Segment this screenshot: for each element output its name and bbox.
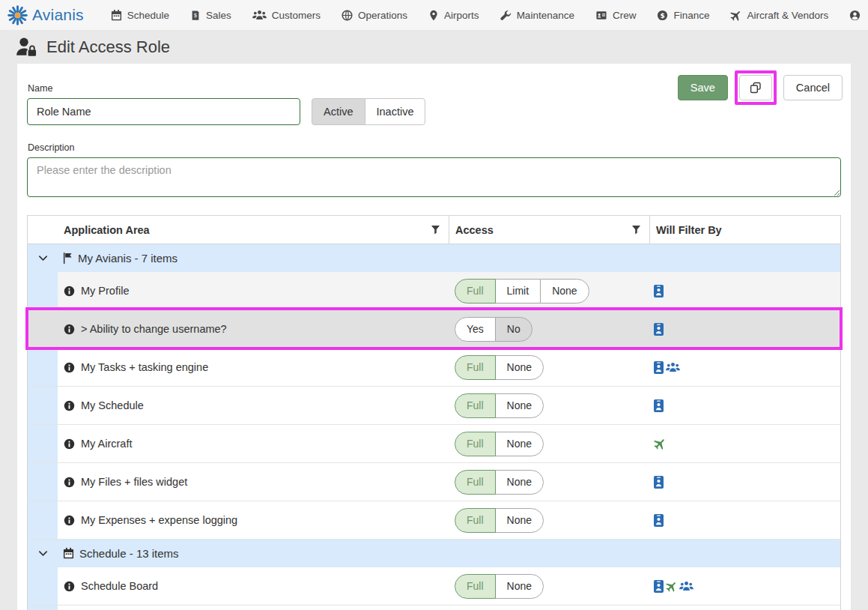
info-icon[interactable] <box>64 515 75 526</box>
globe-icon <box>342 10 353 21</box>
access-option-yes[interactable]: Yes <box>455 317 496 342</box>
hierarchy-strip <box>28 425 58 462</box>
contact-badge-icon <box>654 323 664 336</box>
contact-badge-icon <box>654 361 664 374</box>
nav-item-maintenance[interactable]: Maintenance <box>500 10 574 21</box>
access-toggle: Full None <box>455 355 544 380</box>
hierarchy-strip <box>28 567 58 605</box>
filter-icon[interactable] <box>431 226 440 235</box>
access-option-full[interactable]: Full <box>455 355 496 380</box>
access-option-full[interactable]: Full <box>455 508 496 533</box>
calendar-icon <box>63 548 74 559</box>
info-icon[interactable] <box>64 286 75 297</box>
chevron-down-icon[interactable] <box>37 548 49 559</box>
hierarchy-strip <box>28 387 58 424</box>
header-hierarchy-cell <box>28 216 58 244</box>
table-row-my-tasks: My Tasks + tasking engine Full None <box>28 348 840 387</box>
contact-badge-icon <box>654 476 664 489</box>
copy-button[interactable] <box>739 75 772 100</box>
access-option-none[interactable]: None <box>495 432 544 456</box>
access-toggle: Full None <box>455 393 544 418</box>
table-row-schedule-board: Schedule Board Full None <box>28 567 840 606</box>
nav-item-airports[interactable]: Airports <box>428 10 479 21</box>
user-lock-icon <box>16 37 38 56</box>
nav-label: Operations <box>358 10 407 21</box>
row-label: My Aircraft <box>81 438 132 450</box>
nav-item-aircraft-vendors[interactable]: Aircraft & Vendors <box>730 10 828 21</box>
access-toggle: Full Limit None <box>455 279 589 304</box>
access-option-none[interactable]: None <box>495 574 544 599</box>
row-label: My Tasks + tasking engine <box>81 361 208 373</box>
nav-item-finance[interactable]: Finance <box>657 10 709 21</box>
nav-label: Maintenance <box>517 10 574 21</box>
save-button[interactable]: Save <box>678 75 728 100</box>
access-option-none[interactable]: None <box>495 508 544 533</box>
access-option-full[interactable]: Full <box>455 574 496 599</box>
nav-label: Finance <box>673 10 709 21</box>
nav-label: Aircraft & Vendors <box>747 10 828 21</box>
access-option-full[interactable]: Full <box>455 393 496 418</box>
contact-badge-icon <box>654 285 664 298</box>
status-active-button[interactable]: Active <box>312 98 365 125</box>
row-label: My Expenses + expense logging <box>81 514 237 526</box>
nav-item-sales[interactable]: Sales <box>190 10 231 21</box>
chevron-down-icon[interactable] <box>37 253 49 264</box>
contact-badge-icon <box>654 580 664 593</box>
access-toggle: Full None <box>455 574 544 599</box>
info-icon[interactable] <box>64 477 75 488</box>
flag-icon <box>63 253 73 264</box>
id-card-icon <box>595 10 607 21</box>
header-access: Access <box>449 216 649 244</box>
edit-role-card: Save Cancel Name Active Inactive Descrip… <box>17 64 851 610</box>
group-row-schedule: Schedule - 13 items <box>28 540 840 567</box>
brand-name: Avianis <box>32 6 84 24</box>
wrench-icon <box>500 10 512 21</box>
access-toggle: Yes No <box>455 317 532 342</box>
description-textarea[interactable] <box>27 157 841 197</box>
access-option-none[interactable]: None <box>540 279 589 304</box>
access-toggle: Full None <box>455 508 544 533</box>
info-icon[interactable] <box>64 362 75 373</box>
info-icon[interactable] <box>64 324 75 335</box>
header-application-area: Application Area <box>58 216 449 244</box>
access-option-full[interactable]: Full <box>455 432 496 456</box>
access-option-full[interactable]: Full <box>455 470 496 495</box>
pinwheel-logo-icon <box>7 5 28 25</box>
access-option-none[interactable]: None <box>495 393 544 418</box>
nav-label: Airports <box>444 10 479 21</box>
copy-icon <box>750 82 762 94</box>
access-toggle: Full None <box>455 470 544 495</box>
info-icon[interactable] <box>64 400 75 411</box>
table-row-ability-change-username: > Ability to change username? Yes No <box>28 310 840 348</box>
nav-item-customers[interactable]: Customers <box>252 10 321 21</box>
filter-icon[interactable] <box>632 226 640 235</box>
receipt-icon <box>190 10 201 21</box>
access-option-none[interactable]: None <box>495 355 544 380</box>
table-header: Application Area Access Will Filter By <box>28 216 840 244</box>
users-icon <box>252 10 267 20</box>
access-option-no[interactable]: No <box>495 317 532 342</box>
group-row-my-avianis: My Avianis - 7 items <box>28 244 840 272</box>
brand-logo[interactable]: Avianis <box>7 5 84 25</box>
dollar-circle-icon <box>657 10 668 21</box>
table-row-my-expenses: My Expenses + expense logging Full None <box>28 501 840 540</box>
nav-item-operations[interactable]: Operations <box>342 10 407 21</box>
nav-item-users[interactable]: Users <box>849 10 864 21</box>
access-option-none[interactable]: None <box>495 470 544 495</box>
access-option-limit[interactable]: Limit <box>495 279 541 304</box>
access-option-full[interactable]: Full <box>455 279 496 304</box>
hierarchy-strip <box>28 348 58 386</box>
nav-label: Schedule <box>127 10 169 21</box>
info-icon[interactable] <box>64 438 75 450</box>
plane-icon <box>652 435 669 453</box>
nav-item-crew[interactable]: Crew <box>595 10 637 21</box>
info-icon[interactable] <box>64 581 75 592</box>
role-name-input[interactable] <box>27 98 300 125</box>
cancel-button[interactable]: Cancel <box>783 75 843 100</box>
hierarchy-strip <box>28 310 58 348</box>
user-circle-icon <box>849 10 861 21</box>
nav-label: Sales <box>206 10 231 21</box>
nav-item-schedule[interactable]: Schedule <box>111 10 169 21</box>
users-group-icon <box>679 581 694 591</box>
status-inactive-button[interactable]: Inactive <box>365 98 426 125</box>
